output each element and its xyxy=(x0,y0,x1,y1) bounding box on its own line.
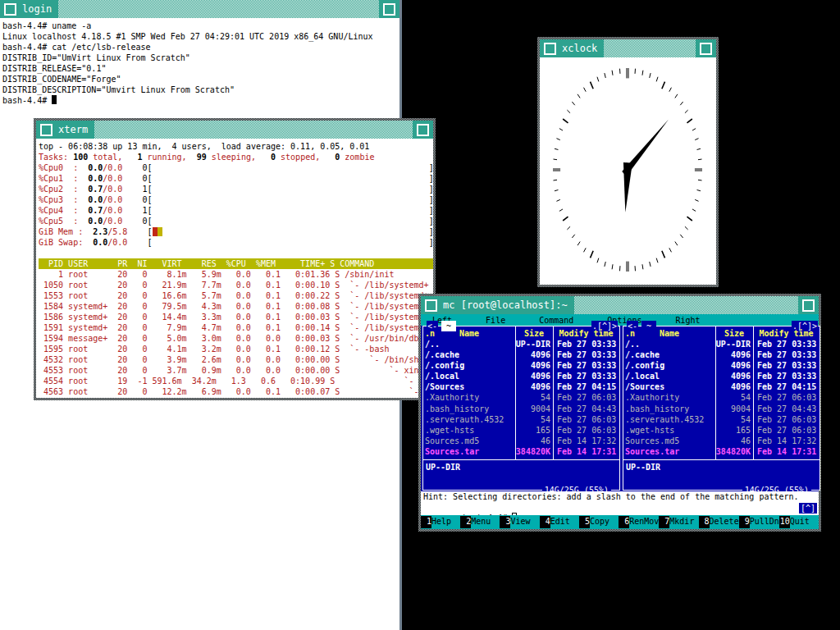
login-titlebar[interactable]: login xyxy=(0,0,399,18)
process-row: 4553 root 20 0 3.7m 0.9m 0.0 0.0 0:00.00… xyxy=(39,365,433,376)
file-row[interactable]: .serverauth.453254Feb 27 06:03 xyxy=(423,414,619,425)
file-row[interactable]: .wget-hsts165Feb 27 06:03 xyxy=(623,425,819,436)
file-row[interactable]: .bash_history9004Feb 27 04:43 xyxy=(623,404,819,414)
process-row: 1586 systemd+ 20 0 14.4m 3.3m 0.0 0.1 0:… xyxy=(39,312,433,322)
top-summary-line xyxy=(39,248,433,258)
process-row: 1594 message+ 20 0 5.0m 3.0m 0.0 0.0 0:0… xyxy=(39,333,433,344)
file-row[interactable]: Sources.md546Feb 14 17:32 xyxy=(623,436,819,446)
menu-command[interactable]: Command xyxy=(539,315,573,326)
top-summary-line: %Cpu1 : 0.0/0.0 0[ ] xyxy=(39,173,433,184)
fkey-label: Copy xyxy=(590,516,619,528)
terminal-line: DISTRIB_ID="UmVirt Linux From Scratch" xyxy=(2,52,399,63)
terminal-line: DISTRIB_RELEASE="0.1" xyxy=(2,63,399,74)
fkey-number: 4 xyxy=(540,516,550,528)
resize-button[interactable] xyxy=(417,124,429,136)
file-row[interactable]: .serverauth.453254Feb 27 06:03 xyxy=(623,414,819,425)
process-row: 1 root 20 0 8.1m 5.9m 0.0 0.1 0:01.36 S … xyxy=(39,269,433,280)
file-row[interactable]: /..UP--DIRFeb 27 03:33 xyxy=(623,339,819,349)
xterm-window: xterm top - 06:08:38 up 13 min, 4 users,… xyxy=(34,118,436,400)
updir-button[interactable]: [^] xyxy=(799,503,817,514)
terminal-prompt-line: bash-4.4# xyxy=(2,95,399,106)
hint-line: Hint: Selecting directories: add a slash… xyxy=(421,491,819,502)
fkey-number: 8 xyxy=(699,516,710,528)
fkey-button[interactable]: 10Quit xyxy=(779,516,819,528)
resize-button[interactable] xyxy=(383,3,395,16)
panel-column-headers: .n Name Size Modify time xyxy=(423,328,619,339)
file-row[interactable]: /..UP--DIRFeb 27 03:33 xyxy=(423,339,619,349)
file-row[interactable]: .Xauthority54Feb 27 06:03 xyxy=(623,392,819,403)
fkey-label: RenMov xyxy=(629,516,659,528)
file-row[interactable]: .wget-hsts165Feb 27 06:03 xyxy=(423,425,619,436)
top-summary-line: GiB Mem : 2.3/5.8 [ ] xyxy=(39,226,433,237)
file-row[interactable]: /.cache4096Feb 27 03:33 xyxy=(623,349,819,360)
ministatus-separator xyxy=(423,459,619,460)
mc-titlebar[interactable]: mc [root@localhost]:~ xyxy=(421,296,819,314)
column-size[interactable]: Size xyxy=(715,328,753,339)
menu-right[interactable]: Right xyxy=(676,315,701,326)
xclock-window: xclock xyxy=(537,37,719,287)
file-row[interactable]: /Sources4096Feb 27 04:15 xyxy=(623,381,819,392)
mc-window: mc [root@localhost]:~ Left File Command … xyxy=(418,294,821,532)
ministatus-separator xyxy=(623,459,819,460)
file-row[interactable]: .bash_history9004Feb 27 04:43 xyxy=(423,404,619,414)
iconify-button[interactable] xyxy=(544,43,556,55)
mc-screen: Left File Command Options Right <- ~ .[^… xyxy=(421,314,819,529)
terminal-line: bash-4.4# cat /etc/lsb-release xyxy=(2,42,399,52)
fkey-label: Delete xyxy=(710,516,739,528)
top-summary-line: %Cpu4 : 0.7/0.0 1[ ] xyxy=(39,205,433,216)
file-row[interactable]: /.cache4096Feb 27 03:33 xyxy=(423,349,619,360)
menu-file[interactable]: File xyxy=(486,315,505,326)
fkey-button[interactable]: 6RenMov xyxy=(619,516,659,528)
fkey-number: 5 xyxy=(579,516,590,528)
file-row[interactable]: Sources.tar384820KFeb 14 17:31 xyxy=(623,446,819,457)
fkey-button[interactable]: 1Help xyxy=(421,516,460,528)
panel-column-headers: .n Name Size Modify time xyxy=(623,328,819,339)
iconify-button[interactable] xyxy=(425,299,437,312)
terminal-line: bash-4.4# uname -a xyxy=(2,21,399,31)
fkey-button[interactable]: 7Mkdir xyxy=(659,516,698,528)
fkey-button[interactable]: 3View xyxy=(500,516,539,528)
column-name[interactable]: Name xyxy=(423,328,515,339)
file-row[interactable]: Sources.tar384820KFeb 14 17:31 xyxy=(423,446,619,457)
fkey-number: 2 xyxy=(460,516,471,528)
fkey-button[interactable]: 9PullDn xyxy=(739,516,779,528)
process-row: 1591 systemd+ 20 0 7.9m 4.7m 0.0 0.1 0:0… xyxy=(39,322,433,333)
analog-clock xyxy=(540,57,716,285)
file-row[interactable]: .Xauthority54Feb 27 06:03 xyxy=(423,392,619,403)
iconify-button[interactable] xyxy=(4,3,16,16)
column-mtime[interactable]: Modify time xyxy=(553,328,619,339)
command-line[interactable]: bash-4.4# [^] xyxy=(421,502,819,515)
terminal-line: DISTRIB_DESCRIPTION="Umvirt Linux From S… xyxy=(2,84,399,95)
window-title: xterm xyxy=(57,121,94,139)
ministatus: UP--DIR xyxy=(426,462,460,472)
fkey-button[interactable]: 8Delete xyxy=(699,516,739,528)
fkey-button[interactable]: 2Menu xyxy=(460,516,500,528)
resize-button[interactable] xyxy=(802,299,815,312)
column-name[interactable]: Name xyxy=(623,328,715,339)
top-summary-line: Tasks: 100 total, 1 running, 99 sleeping… xyxy=(39,152,433,162)
fkey-button[interactable]: 5Copy xyxy=(579,516,619,528)
file-row[interactable]: /.config4096Feb 27 03:33 xyxy=(623,360,819,371)
column-size[interactable]: Size xyxy=(515,328,553,339)
file-row[interactable]: /Sources4096Feb 27 04:15 xyxy=(423,381,619,392)
xclock-titlebar[interactable]: xclock xyxy=(540,39,716,57)
titlebar-stipple xyxy=(574,296,798,314)
process-table-header: PID USER PR NI VIRT RES %CPU %MEM TIME+ … xyxy=(39,258,433,269)
column-mtime[interactable]: Modify time xyxy=(753,328,819,339)
fkey-button[interactable]: 4Edit xyxy=(540,516,579,528)
window-title: login xyxy=(21,0,58,18)
file-row[interactable]: /.config4096Feb 27 03:33 xyxy=(423,360,619,371)
window-title: mc [root@localhost]:~ xyxy=(441,296,574,314)
process-row: 1553 root 20 0 16.6m 5.7m 0.0 0.1 0:00.2… xyxy=(39,290,433,301)
file-row[interactable]: /.local4096Feb 27 03:33 xyxy=(623,371,819,381)
ministatus: UP--DIR xyxy=(626,462,660,472)
file-row[interactable]: Sources.md546Feb 14 17:32 xyxy=(423,436,619,446)
top-terminal[interactable]: top - 06:08:38 up 13 min, 4 users, load … xyxy=(36,139,433,398)
file-row[interactable]: /.local4096Feb 27 03:33 xyxy=(423,371,619,381)
iconify-button[interactable] xyxy=(40,124,52,136)
resize-button[interactable] xyxy=(700,43,712,55)
top-summary-line: top - 06:08:38 up 13 min, 4 users, load … xyxy=(39,141,433,152)
fkey-number: 9 xyxy=(739,516,750,528)
xterm-titlebar[interactable]: xterm xyxy=(36,121,433,139)
top-summary-line: %Cpu3 : 0.0/0.0 0[ ] xyxy=(39,194,433,205)
